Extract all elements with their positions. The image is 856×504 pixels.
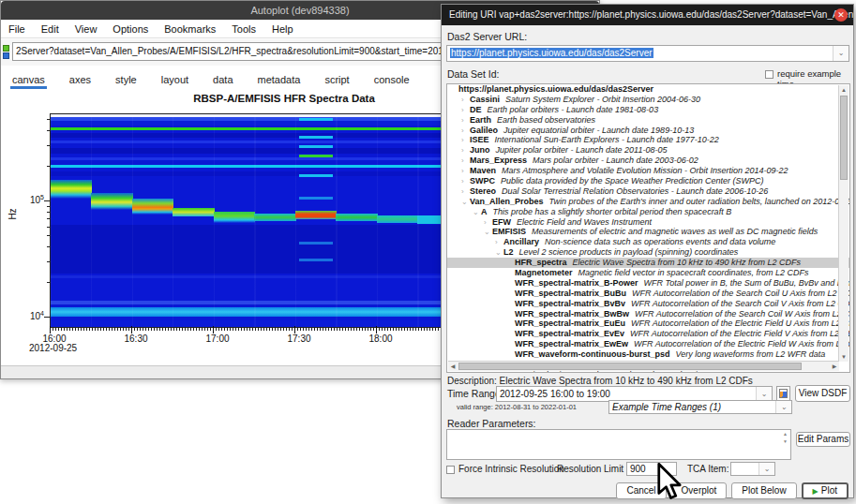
tree-item[interactable]: https://planet.physics.uiowa.edu/das/das…: [447, 84, 849, 95]
tca-item-label: TCA Item:: [687, 464, 728, 474]
chevron-down-icon[interactable]: ⌄: [758, 463, 774, 475]
menu-item-bookmarks[interactable]: Bookmarks: [164, 23, 216, 35]
tab-data[interactable]: data: [211, 71, 234, 89]
tree-item[interactable]: ›Mars_ExpressMars polar orbiter - Launch…: [447, 156, 849, 166]
tree-item-name: WFR_spectral-matrix_BwBw: [515, 309, 629, 319]
menu-item-options[interactable]: Options: [113, 23, 148, 35]
tree-item[interactable]: ›JunoJupiter polar orbiter - Launch date…: [447, 145, 849, 156]
tab-axes[interactable]: axes: [68, 71, 93, 89]
tree-item[interactable]: WFR_spectral-matrix_EvEvWFR Autocorrelat…: [447, 329, 849, 339]
tree-item[interactable]: WFR_spectral-matrix_BwBwWFR Autocorrelat…: [447, 309, 849, 319]
scroll-right-icon[interactable]: ▶: [830, 362, 839, 371]
view-dsdf-button[interactable]: View DSDF: [795, 385, 850, 402]
tree-item[interactable]: ⌄L2Level 2 science products in payload (…: [447, 247, 849, 258]
tree-item-name: WFR_spectral-matrix_EvEv: [515, 329, 624, 338]
tab-layout[interactable]: layout: [159, 71, 190, 89]
tree-vertical-scrollbar[interactable]: ▲ ▼: [838, 85, 848, 362]
force-intrinsic-resolution-label: Force Intrinsic Resolution: [458, 464, 564, 474]
edit-params-button[interactable]: Edit Params: [796, 432, 850, 447]
scroll-down-icon[interactable]: ▼: [839, 352, 848, 362]
scroll-up-icon[interactable]: ▲: [839, 85, 848, 95]
tree-item-name: SWPC: [470, 176, 495, 185]
chevron-down-icon[interactable]: ⌄: [756, 387, 772, 401]
tree-item[interactable]: ›SWPCPublic data provided by the Space W…: [447, 176, 849, 186]
tree-item-name: WFR_spectral-matrix_BuBu: [515, 289, 626, 298]
tree-item[interactable]: ›CassiniSaturn System Explorer - Orbit I…: [447, 95, 849, 105]
tree-item[interactable]: ›EFWElectric Field and Waves Instrument: [447, 217, 849, 228]
tree-item-name: WFR_spectral-matrix_B-Power: [515, 278, 638, 288]
das2-server-url-combobox[interactable]: https://planet.physics.uiowa.edu/das/das…: [446, 45, 849, 62]
tree-item[interactable]: MagnetometerMagnetic field vector in spa…: [447, 268, 849, 278]
reader-parameters-textarea[interactable]: ▲▼: [446, 429, 791, 460]
example-time-ranges-combobox[interactable]: Example Time Ranges (1) ⌄: [608, 400, 792, 414]
spectrogram-band: [336, 214, 378, 221]
spectrogram-band: [299, 259, 333, 261]
tree-item-description: Measurements of electric and magnetic wa…: [532, 227, 818, 236]
tab-canvas[interactable]: canvas: [10, 71, 47, 89]
vertical-scroll-thumb[interactable]: [840, 96, 848, 180]
chevron-collapsed-icon[interactable]: ›: [495, 371, 503, 373]
x-tick-label: 16:30: [124, 334, 147, 344]
tree-item[interactable]: WFR_spectral-matrix_BuBuWFR Autocorrelat…: [447, 289, 849, 299]
tree-item[interactable]: ⌄EMFISISMeasurements of electric and mag…: [447, 227, 849, 237]
dialog-titlebar[interactable]: Editing URI vap+das2server:https://plane…: [442, 5, 853, 25]
tree-item[interactable]: WFR_spectral-matrix_B-PowerWFR Total pow…: [447, 278, 849, 289]
tree-item-name: DE: [470, 105, 482, 114]
horizontal-scroll-thumb[interactable]: [458, 363, 802, 370]
tree-item-description: This probe has a slightly shorter orbita…: [493, 207, 732, 216]
dialog-button-row: Cancel Overplot Plot Below ▶Plot: [616, 482, 848, 499]
tree-item[interactable]: ⌄AThis probe has a slightly shorter orbi…: [447, 207, 849, 217]
tree-item[interactable]: ›DEEarth polar orbiters - Launch date 19…: [447, 105, 849, 115]
scroll-left-icon[interactable]: ◀: [448, 362, 458, 371]
tree-item[interactable]: ›StereoDual Solar Terrestrial Relation O…: [447, 186, 849, 197]
y-minor-tick: [47, 218, 50, 219]
chevron-down-icon[interactable]: ⌄: [833, 46, 848, 61]
y-minor-tick: [47, 261, 50, 262]
tree-item-name: EMFISIS: [492, 227, 526, 236]
tree-item-name: https://planet.physics.uiowa.edu/das/das…: [458, 84, 653, 94]
tree-item[interactable]: WFR_spectral-matrix_BvBvWFR Autocorrelat…: [447, 299, 849, 309]
tab-metadata[interactable]: metadata: [256, 71, 303, 89]
y-minor-tick: [47, 212, 50, 213]
description-label: Description:: [447, 376, 497, 386]
tree-item[interactable]: ›AncillaryNon-science data such as opera…: [447, 237, 849, 247]
plot-below-button[interactable]: Plot Below: [731, 482, 796, 499]
tab-style[interactable]: style: [113, 71, 139, 89]
x-tick-label: 17:00: [205, 334, 229, 344]
tree-item[interactable]: ›ISEEInternational Sun-Earth Explorers -…: [447, 135, 849, 145]
plot-button[interactable]: ▶Plot: [802, 482, 848, 499]
tree-item[interactable]: WFR_spectral-matrix_EwEwWFR Autocorrelat…: [447, 339, 849, 349]
close-icon[interactable]: ✕: [834, 8, 848, 22]
tree-item[interactable]: HFR_spectraElectric Wave Spectra from 10…: [447, 258, 849, 268]
require-example-time-checkbox[interactable]: [765, 70, 773, 79]
tree-item[interactable]: ›EarthEarth based observatories: [447, 115, 849, 126]
tree-item[interactable]: ›MavenMars Atmosphere and Volatile Evolu…: [447, 166, 849, 176]
calendar-button[interactable]: [776, 386, 790, 401]
tree-item-description: WFR Autocorrelation of the Electric Fiel…: [630, 329, 850, 338]
menu-item-tools[interactable]: Tools: [232, 23, 256, 35]
data-set-id-label: Data Set Id:: [447, 68, 499, 80]
force-intrinsic-resolution-checkbox[interactable]: [446, 466, 455, 474]
dataset-tree[interactable]: https://planet.physics.uiowa.edu/das/das…: [446, 83, 850, 373]
tab-console[interactable]: console: [372, 71, 412, 89]
tree-item[interactable]: ›GalileoJupiter equatorial orbiter - Lau…: [447, 126, 849, 136]
textarea-scroll-icons[interactable]: ▲▼: [781, 430, 789, 459]
tree-item[interactable]: ⌄Van_Allen_ProbesTwin probes of the Eart…: [447, 197, 849, 207]
menu-item-file[interactable]: File: [8, 23, 25, 35]
tree-item-name: Van_Allen_Probes: [470, 197, 544, 206]
tab-script[interactable]: script: [323, 71, 351, 89]
tree-horizontal-scrollbar[interactable]: ◀ ▶: [448, 361, 839, 371]
menu-item-help[interactable]: Help: [272, 23, 293, 35]
y-minor-tick: [47, 166, 50, 167]
tree-item-description: Electric Field and Waves Instrument: [517, 217, 652, 227]
tree-item[interactable]: WFR_spectral-matrix_EuEuWFR Autocorrelat…: [447, 319, 849, 329]
menu-item-view[interactable]: View: [75, 23, 98, 35]
chevron-down-icon[interactable]: ⌄: [775, 401, 791, 413]
tca-item-combobox[interactable]: ⌄: [730, 462, 775, 476]
mouse-cursor: [655, 463, 683, 504]
tree-item[interactable]: WFR_waveform-continuous-burst_psdVery lo…: [447, 349, 849, 360]
spectrogram-band: [295, 211, 337, 219]
y-major-tick: [44, 200, 50, 201]
tree-item-description: Very long waveforms from L2 WFR data: [676, 349, 826, 359]
menu-item-edit[interactable]: Edit: [41, 23, 59, 35]
